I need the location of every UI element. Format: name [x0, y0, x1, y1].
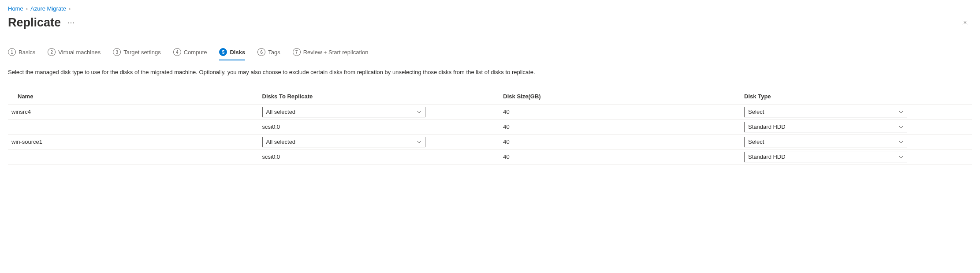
more-icon[interactable]: ⋯ [67, 19, 75, 26]
close-button[interactable] [958, 15, 972, 30]
select-value: All selected [266, 138, 295, 145]
vm-name [8, 120, 259, 135]
disks-table: Name Disks To Replicate Disk Size(GB) Di… [8, 90, 972, 165]
select-value: Select [748, 108, 764, 115]
disk-size: 40 [499, 120, 741, 135]
table-row: win-source1 All selected 40 Select [8, 135, 972, 150]
step-number: 1 [8, 48, 16, 56]
col-header-size: Disk Size(GB) [499, 90, 741, 105]
tab-basics[interactable]: 1 Basics [8, 48, 35, 60]
col-header-replicate: Disks To Replicate [259, 90, 500, 105]
select-value: Standard HDD [748, 123, 786, 130]
tab-label: Tags [268, 49, 280, 56]
table-row: winsrc4 All selected 40 Select [8, 105, 972, 120]
tab-label: Disks [230, 49, 245, 56]
tab-tags[interactable]: 6 Tags [257, 48, 280, 60]
table-header-row: Name Disks To Replicate Disk Size(GB) Di… [8, 90, 972, 105]
step-number: 4 [173, 48, 181, 56]
table-row: scsi0:0 40 Standard HDD [8, 150, 972, 165]
disk-type-select[interactable]: Select [744, 137, 907, 147]
disk-detail: scsi0:0 [259, 150, 500, 165]
col-header-type: Disk Type [741, 90, 972, 105]
disk-type-select[interactable]: Select [744, 107, 907, 117]
step-number: 5 [219, 48, 227, 56]
chevron-down-icon [417, 140, 421, 144]
tab-label: Review + Start replication [303, 49, 369, 56]
wizard-tabs: 1 Basics 2 Virtual machines 3 Target set… [8, 48, 972, 60]
select-value: All selected [266, 108, 295, 115]
tab-disks[interactable]: 5 Disks [219, 48, 245, 60]
step-number: 2 [48, 48, 56, 56]
tab-label: Virtual machines [58, 49, 101, 56]
chevron-down-icon [899, 125, 903, 129]
tab-label: Basics [19, 49, 35, 56]
select-value: Select [748, 138, 764, 145]
vm-name: win-source1 [8, 135, 259, 150]
chevron-down-icon [899, 110, 903, 114]
select-value: Standard HDD [748, 153, 786, 160]
page-title-wrap: Replicate ⋯ [8, 16, 75, 30]
chevron-right-icon: › [69, 5, 71, 12]
tab-compute[interactable]: 4 Compute [173, 48, 207, 60]
step-number: 3 [113, 48, 121, 56]
vm-name: winsrc4 [8, 105, 259, 120]
tab-label: Compute [184, 49, 207, 56]
table-row: scsi0:0 40 Standard HDD [8, 120, 972, 135]
tab-review[interactable]: 7 Review + Start replication [293, 48, 369, 60]
breadcrumb: Home › Azure Migrate › [8, 5, 972, 12]
chevron-down-icon [899, 140, 903, 144]
tab-virtual-machines[interactable]: 2 Virtual machines [48, 48, 101, 60]
disks-to-replicate-select[interactable]: All selected [262, 107, 425, 117]
disk-size: 40 [499, 105, 741, 120]
step-number: 7 [293, 48, 301, 56]
tab-label: Target settings [123, 49, 161, 56]
close-icon [962, 19, 968, 26]
page-header: Replicate ⋯ [8, 15, 972, 30]
disk-size: 40 [499, 150, 741, 165]
disk-detail: scsi0:0 [259, 120, 500, 135]
disk-size: 40 [499, 135, 741, 150]
disk-type-select[interactable]: Standard HDD [744, 122, 907, 132]
step-number: 6 [257, 48, 265, 56]
description-text: Select the managed disk type to use for … [8, 68, 972, 76]
breadcrumb-home[interactable]: Home [8, 5, 23, 12]
col-header-name: Name [8, 90, 259, 105]
disk-type-select[interactable]: Standard HDD [744, 152, 907, 162]
vm-name [8, 150, 259, 165]
tab-target-settings[interactable]: 3 Target settings [113, 48, 161, 60]
chevron-down-icon [899, 155, 903, 159]
chevron-down-icon [417, 110, 421, 114]
page-title: Replicate [8, 16, 61, 30]
breadcrumb-azure-migrate[interactable]: Azure Migrate [30, 5, 66, 12]
disks-to-replicate-select[interactable]: All selected [262, 137, 425, 147]
chevron-right-icon: › [26, 5, 28, 12]
